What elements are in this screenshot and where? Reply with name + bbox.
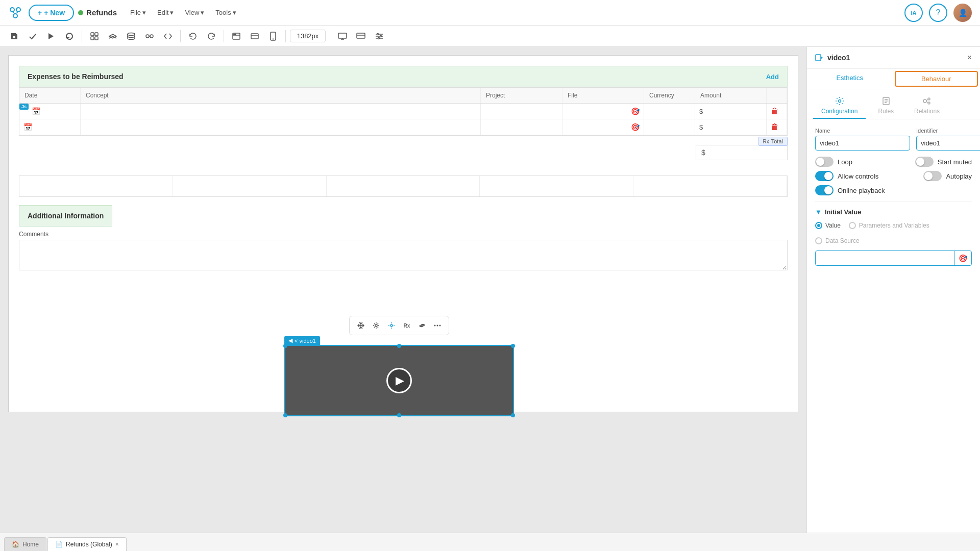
mobile-button[interactable] <box>265 28 281 44</box>
window2-button[interactable] <box>353 28 369 44</box>
amount-cell-2[interactable]: $ <box>695 119 767 135</box>
radio-value[interactable]: Value <box>815 222 841 229</box>
location-icon[interactable]: 🎯 <box>631 123 640 131</box>
undo-button[interactable] <box>185 28 201 44</box>
project-cell-1[interactable] <box>481 104 562 119</box>
value-input-action-button[interactable]: 🎯 <box>954 251 971 265</box>
radio-params[interactable]: Parameters and Variables <box>849 222 929 229</box>
identifier-input[interactable] <box>916 136 980 151</box>
canvas-area[interactable]: Expenses to be Reimbursed Add Date Conce… <box>0 47 806 533</box>
name-input[interactable] <box>815 136 910 151</box>
delete-cell-1[interactable]: 🗑 <box>767 104 787 119</box>
save-button[interactable] <box>6 28 22 44</box>
currency-input-1[interactable] <box>648 107 691 116</box>
tab-esthetics[interactable]: Esthetics <box>807 69 893 89</box>
subtab-rules[interactable]: Rules <box>870 93 902 119</box>
subtab-configuration[interactable]: Configuration <box>813 93 866 119</box>
video-settings-button[interactable] <box>369 318 383 333</box>
px-display[interactable]: 1382px <box>290 30 326 42</box>
resize-handle-tc[interactable] <box>397 344 401 348</box>
amount-input-1[interactable] <box>705 107 762 116</box>
help-button[interactable]: ? <box>929 4 947 22</box>
resize-handle-bl[interactable] <box>283 413 287 417</box>
browser-button[interactable] <box>228 28 244 44</box>
avatar[interactable]: 👤 <box>953 4 972 22</box>
location-icon[interactable]: 🎯 <box>631 107 640 115</box>
amount-cell-1[interactable]: $ <box>695 104 767 119</box>
add-button[interactable]: Add <box>766 73 779 81</box>
file-input-2[interactable] <box>567 122 631 132</box>
initial-value-section[interactable]: ▼ Initial Value <box>815 208 972 216</box>
view-menu[interactable]: View ▾ <box>180 6 209 19</box>
project-input-1[interactable] <box>485 107 558 116</box>
svg-point-46 <box>928 98 930 100</box>
panel-close-button[interactable]: × <box>967 53 972 62</box>
video-rx-button[interactable]: Rx <box>400 318 414 333</box>
video-gear-button[interactable] <box>384 318 399 333</box>
location-icon: 🎯 <box>959 254 967 262</box>
edit-menu[interactable]: Edit ▾ <box>152 6 179 19</box>
resize-handle-tl[interactable] <box>283 344 287 348</box>
delete-cell-2[interactable]: 🗑 <box>767 119 787 135</box>
check-button[interactable] <box>24 28 41 44</box>
ia-button[interactable]: IA <box>904 4 923 22</box>
video-more-button[interactable] <box>430 318 445 333</box>
components-button[interactable] <box>86 28 103 44</box>
total-input[interactable] <box>707 148 758 157</box>
settings-button[interactable] <box>371 28 387 44</box>
radio-datasource[interactable]: Data Source <box>815 237 860 244</box>
calendar-icon[interactable]: 📅 <box>32 107 40 115</box>
expenses-section-header: Expenses to be Reimbursed Add <box>19 66 788 87</box>
comments-textarea[interactable] <box>19 240 788 270</box>
initial-value-radio-group: Value Parameters and Variables Data Sour… <box>815 222 972 244</box>
redo-button[interactable] <box>203 28 219 44</box>
tab-refunds-global[interactable]: 📄 Refunds (Global) × <box>47 537 127 551</box>
data-button[interactable] <box>123 28 139 44</box>
window-button[interactable] <box>247 28 263 44</box>
project-input-2[interactable] <box>485 122 558 132</box>
subtab-relations[interactable]: Relations <box>906 93 948 119</box>
delete-icon[interactable]: 🗑 <box>771 107 779 116</box>
concept-input-2[interactable] <box>85 122 476 132</box>
concept-cell-2[interactable] <box>81 119 481 135</box>
currency-input-2[interactable] <box>648 122 691 132</box>
online-playback-toggle[interactable] <box>815 185 834 195</box>
project-cell-2[interactable] <box>481 119 562 135</box>
video-move-button[interactable] <box>354 318 368 333</box>
display-button[interactable] <box>334 28 351 44</box>
loop-toggle[interactable] <box>815 157 834 167</box>
file-menu[interactable]: File ▾ <box>125 6 151 19</box>
resize-handle-bc[interactable] <box>397 413 401 417</box>
additional-section-header: Additional Information <box>19 205 112 227</box>
value-input[interactable] <box>816 252 954 265</box>
delete-icon[interactable]: 🗑 <box>771 122 779 132</box>
concept-input-1[interactable] <box>85 107 476 116</box>
start-muted-toggle[interactable] <box>915 157 934 167</box>
video-label-tag[interactable]: ◀ < video1 <box>284 336 320 345</box>
calendar-icon[interactable]: 📅 <box>23 123 32 131</box>
resize-handle-br[interactable] <box>511 413 515 417</box>
amount-input-2[interactable] <box>705 122 762 132</box>
svg-point-17 <box>235 34 236 35</box>
tab-home[interactable]: 🏠 Home <box>4 537 46 551</box>
svg-line-48 <box>926 99 928 101</box>
tab-close-button[interactable]: × <box>115 541 119 548</box>
allow-controls-toggle[interactable] <box>815 171 834 181</box>
app-logo[interactable] <box>8 6 22 20</box>
tools-menu[interactable]: Tools ▾ <box>210 6 241 19</box>
play-button[interactable] <box>43 28 59 44</box>
video-link-button[interactable] <box>415 318 429 333</box>
logic-button[interactable] <box>141 28 158 44</box>
resize-handle-tr[interactable] <box>511 344 515 348</box>
currency-cell-2[interactable] <box>644 119 695 135</box>
autoplay-toggle[interactable] <box>923 171 942 181</box>
file-input-1[interactable] <box>567 107 631 116</box>
new-button[interactable]: + + New <box>29 5 74 21</box>
refresh-button[interactable] <box>61 28 78 44</box>
tab-behaviour[interactable]: Behaviour <box>895 71 978 87</box>
play-pause-button[interactable]: ▶ <box>386 368 412 393</box>
layers-button[interactable] <box>105 28 121 44</box>
concept-cell-1[interactable] <box>81 104 481 119</box>
code-button[interactable] <box>160 28 176 44</box>
currency-cell-1[interactable] <box>644 104 695 119</box>
